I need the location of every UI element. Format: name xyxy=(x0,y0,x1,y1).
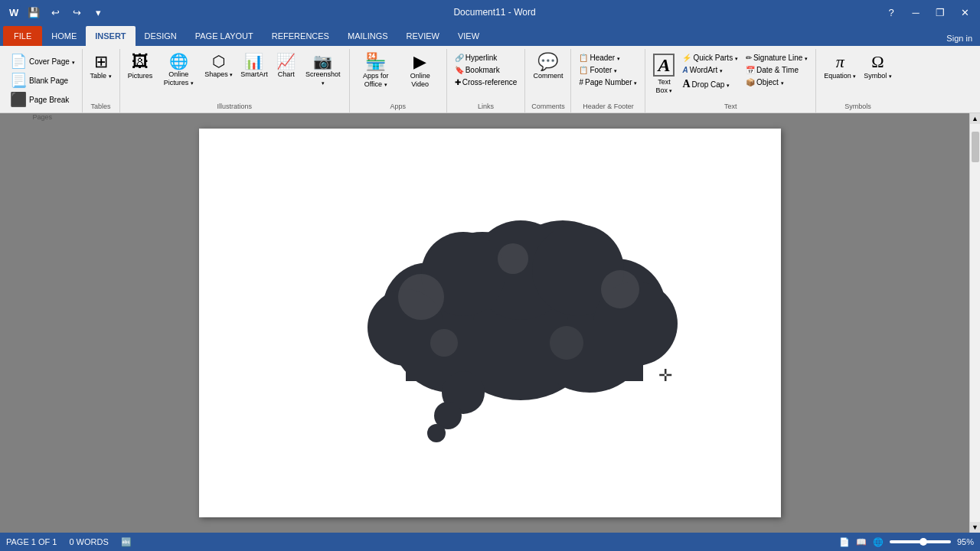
svg-point-19 xyxy=(601,270,639,308)
tab-home[interactable]: HOME xyxy=(42,26,86,46)
sign-in-button[interactable]: Sign in xyxy=(939,31,980,46)
screenshot-button[interactable]: 📷 Screenshot ▾ xyxy=(302,52,345,89)
svg-point-17 xyxy=(427,424,446,442)
svg-text:W: W xyxy=(9,7,19,18)
redo-button[interactable]: ↪ xyxy=(67,3,86,21)
footer-button[interactable]: 📋Footer ▾ xyxy=(576,64,640,76)
svg-point-18 xyxy=(398,274,444,320)
date-time-button[interactable]: 📅Date & Time xyxy=(743,64,811,76)
status-bar: PAGE 1 OF 1 0 WORDS 🔤 📄 📖 🌐 95% xyxy=(0,533,980,551)
view-print-button[interactable]: 📄 xyxy=(839,537,850,547)
online-pictures-button[interactable]: 🌐 Online Pictures ▾ xyxy=(157,52,200,89)
wordart-button[interactable]: AWordArt ▾ xyxy=(679,64,740,76)
close-button[interactable]: ✕ xyxy=(956,3,974,21)
zoom-level[interactable]: 95% xyxy=(957,537,974,546)
drop-cap-button[interactable]: ADrop Cap ▾ xyxy=(679,77,740,92)
svg-point-20 xyxy=(498,243,528,274)
text-group-label: Text xyxy=(650,101,811,112)
quick-access-toolbar: W 💾 ↩ ↪ ▾ xyxy=(6,3,107,21)
bookmark-button[interactable]: 🔖Bookmark xyxy=(452,64,521,76)
ribbon-group-illustrations: 🖼 Pictures 🌐 Online Pictures ▾ ⬡ Shapes … xyxy=(120,49,350,112)
links-group-label: Links xyxy=(452,101,521,112)
ribbon-group-pages: 📄 Cover Page ▾ 📃 Blank Page ⬛ Page Break… xyxy=(3,49,83,112)
window-controls: ? ─ ❐ ✕ xyxy=(882,3,974,21)
page-break-button[interactable]: ⬛ Page Break xyxy=(8,90,77,109)
apps-group-label: Apps xyxy=(354,101,442,112)
tab-view[interactable]: VIEW xyxy=(449,26,488,46)
illustrations-group-label: Illustrations xyxy=(125,101,345,112)
tab-mailings[interactable]: MAILINGS xyxy=(338,26,397,46)
ribbon-group-header-footer: 📋Header ▾ 📋Footer ▾ #Page Number ▾ Heade… xyxy=(571,49,645,112)
tab-insert[interactable]: INSERT xyxy=(86,26,135,46)
hyperlink-button[interactable]: 🔗Hyperlink xyxy=(452,52,521,64)
cross-reference-button[interactable]: ✚Cross-reference xyxy=(452,77,521,88)
ribbon-tabs: FILE HOME INSERT DESIGN PAGE LAYOUT REFE… xyxy=(0,24,980,46)
symbol-button[interactable]: Ω Symbol ▾ xyxy=(861,52,895,82)
object-button[interactable]: 📦Object ▾ xyxy=(743,77,811,88)
save-button[interactable]: 💾 xyxy=(24,3,43,21)
cursor-crosshair: ✛ xyxy=(658,366,672,386)
symbols-group-label: Symbols xyxy=(821,101,895,112)
scroll-thumb[interactable] xyxy=(972,132,979,162)
ribbon-group-text: A TextBox ▾ ⚡Quick Parts ▾ AWordArt ▾ AD… xyxy=(645,49,816,112)
blank-page-button[interactable]: 📃 Blank Page xyxy=(8,71,77,90)
tab-file[interactable]: FILE xyxy=(3,26,42,46)
svg-point-21 xyxy=(550,326,583,360)
chart-button[interactable]: 📈 Chart xyxy=(273,52,300,80)
status-bar-right: 📄 📖 🌐 95% xyxy=(839,537,974,547)
page-count: PAGE 1 OF 1 xyxy=(6,537,57,546)
page-number-button[interactable]: #Page Number ▾ xyxy=(576,77,640,88)
header-button[interactable]: 📋Header ▾ xyxy=(576,52,640,64)
view-read-button[interactable]: 📖 xyxy=(856,537,867,547)
equation-button[interactable]: π Equation ▾ xyxy=(821,52,859,82)
document-area: ✛ xyxy=(0,113,980,533)
scroll-track[interactable] xyxy=(970,124,980,522)
smartart-button[interactable]: 📊 SmartArt xyxy=(237,52,271,80)
header-footer-group-label: Header & Footer xyxy=(576,101,640,112)
svg-point-22 xyxy=(430,329,458,357)
language-indicator: 🔤 xyxy=(121,537,132,547)
minimize-button[interactable]: ─ xyxy=(906,3,925,21)
word-icon: W xyxy=(6,5,21,20)
tab-design[interactable]: DESIGN xyxy=(136,26,186,46)
zoom-slider[interactable] xyxy=(890,540,951,543)
tab-review[interactable]: REVIEW xyxy=(397,26,449,46)
tables-group-label: Tables xyxy=(87,101,115,112)
customize-quick-access-button[interactable]: ▾ xyxy=(89,3,107,21)
ribbon-group-tables: ⊞ Table ▾ Tables xyxy=(83,49,120,112)
comments-group-label: Comments xyxy=(530,101,566,112)
cover-page-button[interactable]: 📄 Cover Page ▾ xyxy=(8,52,77,70)
ribbon-group-comments: 💬 Comment Comments xyxy=(525,49,571,112)
help-button[interactable]: ? xyxy=(882,3,900,21)
document-page[interactable]: ✛ xyxy=(199,129,781,517)
tab-page-layout[interactable]: PAGE LAYOUT xyxy=(186,26,263,46)
zoom-thumb[interactable] xyxy=(920,538,927,546)
shapes-button[interactable]: ⬡ Shapes ▾ xyxy=(201,52,236,80)
ribbon-group-links: 🔗Hyperlink 🔖Bookmark ✚Cross-reference Li… xyxy=(447,49,526,112)
pages-group-label: Pages xyxy=(8,112,77,123)
online-video-button[interactable]: ▶ Online Video xyxy=(399,52,442,90)
ribbon-group-symbols: π Equation ▾ Ω Symbol ▾ Symbols xyxy=(816,49,900,112)
scrollbar-right[interactable]: ▲ ▼ xyxy=(969,113,980,533)
title-bar: W 💾 ↩ ↪ ▾ Document11 - Word ? ─ ❐ ✕ xyxy=(0,0,980,24)
ribbon: 📄 Cover Page ▾ 📃 Blank Page ⬛ Page Break… xyxy=(0,46,980,113)
restore-button[interactable]: ❐ xyxy=(931,3,949,21)
cloud-shape[interactable] xyxy=(329,190,712,450)
undo-button[interactable]: ↩ xyxy=(46,3,64,21)
signature-line-button[interactable]: ✏Signature Line ▾ xyxy=(743,52,811,64)
comment-button[interactable]: 💬 Comment xyxy=(530,52,566,82)
word-count: 0 WORDS xyxy=(69,537,108,546)
quick-parts-button[interactable]: ⚡Quick Parts ▾ xyxy=(679,52,740,64)
text-box-button[interactable]: A TextBox ▾ xyxy=(650,52,678,96)
scroll-down-button[interactable]: ▼ xyxy=(970,522,981,533)
tab-references[interactable]: REFERENCES xyxy=(263,26,338,46)
ribbon-group-apps: 🏪 Apps for Office ▾ ▶ Online Video Apps xyxy=(350,49,447,112)
pictures-button[interactable]: 🖼 Pictures xyxy=(125,52,156,82)
table-button[interactable]: ⊞ Table ▾ xyxy=(87,52,115,82)
scroll-up-button[interactable]: ▲ xyxy=(970,113,981,124)
view-web-button[interactable]: 🌐 xyxy=(873,537,884,547)
apps-for-office-button[interactable]: 🏪 Apps for Office ▾ xyxy=(354,52,397,90)
window-title: Document11 - Word xyxy=(107,7,882,18)
